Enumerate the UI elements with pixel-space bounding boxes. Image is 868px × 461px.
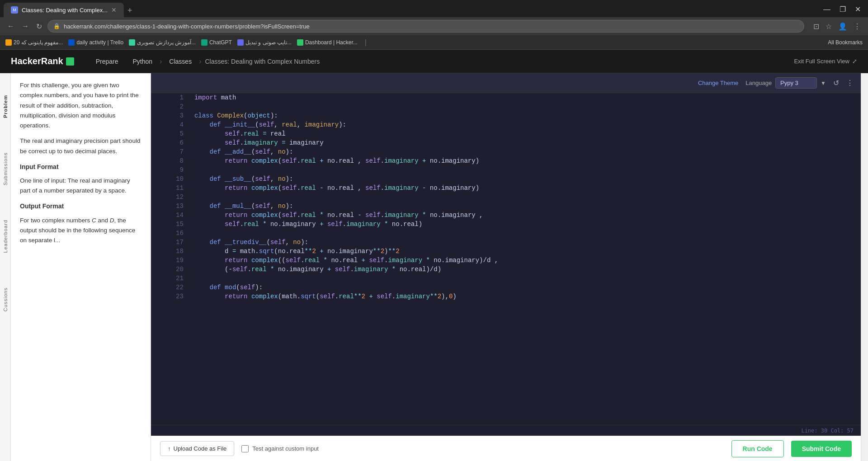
nav-prepare[interactable]: Prepare xyxy=(89,50,126,73)
bookmark-icon-3 xyxy=(129,39,135,46)
code-line-22: 22 def mod(self): xyxy=(151,283,861,292)
line-code-21[interactable] xyxy=(191,274,861,283)
problem-paragraph-2: The real and imaginary precision part sh… xyxy=(20,136,142,156)
nav-actions: ⊡ ☆ 👤 ⋮ xyxy=(811,20,863,33)
code-editor[interactable]: 1 import math 2 3 class Complex(object): xyxy=(151,93,861,425)
bookmark-icon-5 xyxy=(237,39,244,46)
sidebar-tab-problem[interactable]: Problem xyxy=(1,91,10,122)
line-number-15: 15 xyxy=(151,220,191,229)
line-code-2[interactable] xyxy=(191,102,861,111)
hr-nav: Prepare Python › Classes › Classes: Deal… xyxy=(89,50,320,73)
bookmark-icon-6 xyxy=(297,39,303,46)
sidebar-tab-submissions[interactable]: Submissions xyxy=(1,149,10,189)
bottom-bar: ↑ Upload Code as File Test against custo… xyxy=(151,436,861,461)
close-button[interactable]: ✕ xyxy=(851,3,864,15)
line-code-14[interactable]: return complex(self.real * no.real - sel… xyxy=(191,211,861,220)
line-number-13: 13 xyxy=(151,202,191,211)
bookmark-label-4: ChatGPT xyxy=(209,39,232,46)
test-custom-input-checkbox[interactable] xyxy=(241,445,249,452)
code-line-3: 3 class Complex(object): xyxy=(151,111,861,120)
menu-button[interactable]: ⋮ xyxy=(852,20,863,33)
input-format-title: Input Format xyxy=(20,162,142,172)
nav-bar: ← → ↻ 🔒 hackerrank.com/challenges/class-… xyxy=(0,17,868,35)
upload-code-button[interactable]: ↑ Upload Code as File xyxy=(160,441,234,456)
bookmark-item-2[interactable]: daily activity | Trello xyxy=(68,39,123,46)
problem-text: For this challenge, you are given two co… xyxy=(20,80,142,245)
history-icon[interactable]: ↺ xyxy=(833,79,839,87)
sidebar-tab-leaderboard[interactable]: Leaderboard xyxy=(1,216,10,256)
active-tab[interactable]: M Classes: Dealing with Complex... ✕ xyxy=(4,3,124,17)
line-code-12[interactable] xyxy=(191,193,861,202)
line-code-3[interactable]: class Complex(object): xyxy=(191,111,861,120)
line-number-7: 7 xyxy=(151,147,191,156)
exit-fullscreen-button[interactable]: Exit Full Screen View ⤢ xyxy=(794,58,857,65)
line-code-15[interactable]: self.real * no.imaginary + self.imaginar… xyxy=(191,220,861,229)
back-button[interactable]: ← xyxy=(5,20,16,32)
line-code-20[interactable]: (-self.real * no.imaginary + self.imagin… xyxy=(191,265,861,274)
line-code-22[interactable]: def mod(self): xyxy=(191,283,861,292)
line-number-22: 22 xyxy=(151,283,191,292)
line-code-18[interactable]: d = math.sqrt(no.real**2 + no.imaginary*… xyxy=(191,247,861,256)
line-number-12: 12 xyxy=(151,193,191,202)
bookmark-item-6[interactable]: Dashboard | Hacker... xyxy=(297,39,358,46)
bookmark-label-5: تایپ صوتی و تبدیل... xyxy=(245,39,292,46)
change-theme-button[interactable]: Change Theme xyxy=(698,80,738,86)
line-code-5[interactable]: self.real = real xyxy=(191,129,861,138)
line-code-7[interactable]: def __add__(self, no): xyxy=(191,147,861,156)
all-bookmarks-link[interactable]: All Bookmarks xyxy=(828,39,863,46)
line-code-10[interactable]: def __sub__(self, no): xyxy=(191,174,861,183)
line-code-8[interactable]: return complex(self.real + no.real , sel… xyxy=(191,156,861,165)
sidebar-tab-discussions[interactable]: Cussions xyxy=(1,284,10,315)
upload-label: Upload Code as File xyxy=(174,445,227,452)
code-line-18: 18 d = math.sqrt(no.real**2 + no.imagina… xyxy=(151,247,861,256)
bookmark-item-3[interactable]: آموزش پردازش تصویری... xyxy=(129,39,196,46)
line-code-11[interactable]: return complex(self.real - no.real , sel… xyxy=(191,183,861,193)
new-tab-button[interactable]: + xyxy=(124,4,136,17)
editor-status-bar: Line: 30 Col: 57 xyxy=(151,425,861,436)
more-options-icon[interactable]: ⋮ xyxy=(846,79,854,87)
hr-logo-text: HackerRank xyxy=(11,56,63,66)
forward-button[interactable]: → xyxy=(20,20,31,32)
language-select[interactable]: Pypy 3 Python 3 Python 2 xyxy=(775,77,817,89)
line-number-1: 1 xyxy=(151,93,191,102)
app-container: HackerRank Prepare Python › Classes › Cl… xyxy=(0,50,868,461)
code-line-8: 8 return complex(self.real + no.real , s… xyxy=(151,156,861,165)
tab-close-button[interactable]: ✕ xyxy=(111,6,117,14)
nav-python[interactable]: Python xyxy=(125,50,160,73)
profile-button[interactable]: 👤 xyxy=(836,20,849,33)
reload-button[interactable]: ↻ xyxy=(34,20,44,33)
line-number-17: 17 xyxy=(151,238,191,247)
hr-header: HackerRank Prepare Python › Classes › Cl… xyxy=(0,50,868,73)
submit-code-button[interactable]: Submit Code xyxy=(791,441,852,457)
code-line-7: 7 def __add__(self, no): xyxy=(151,147,861,156)
bookmark-item-4[interactable]: ChatGPT xyxy=(201,39,232,46)
code-line-14: 14 return complex(self.real * no.real - … xyxy=(151,211,861,220)
line-code-23[interactable]: return complex(math.sqrt(self.real**2 + … xyxy=(191,292,861,301)
nav-classes[interactable]: Classes xyxy=(162,50,199,73)
editor-area: Change Theme Language Pypy 3 Python 3 Py… xyxy=(151,73,861,461)
run-code-button[interactable]: Run Code xyxy=(731,440,784,457)
line-code-9[interactable] xyxy=(191,165,861,174)
hr-logo[interactable]: HackerRank xyxy=(11,56,74,66)
language-selector-wrapper: Language Pypy 3 Python 3 Python 2 ▼ xyxy=(745,77,826,89)
line-number-8: 8 xyxy=(151,156,191,165)
bookmark-item-5[interactable]: تایپ صوتی و تبدیل... xyxy=(237,39,292,46)
line-code-16[interactable] xyxy=(191,229,861,238)
test-custom-input-label[interactable]: Test against custom input xyxy=(252,445,319,452)
sidebar-tabs: Problem Submissions Leaderboard Cussions xyxy=(0,73,11,461)
line-code-4[interactable]: def __init__(self, real, imaginary): xyxy=(191,120,861,129)
bookmark-item-1[interactable]: 20 مفهوم پایتونی که... xyxy=(5,39,63,46)
bookmark-icon-1 xyxy=(5,39,12,46)
code-line-19: 19 return complex((self.real * no.real +… xyxy=(151,256,861,265)
bookmark-button[interactable]: ☆ xyxy=(824,20,834,33)
minimize-button[interactable]: — xyxy=(820,4,834,15)
code-line-13: 13 def __mul__(self, no): xyxy=(151,202,861,211)
line-code-17[interactable]: def __truediv__(self, no): xyxy=(191,238,861,247)
line-code-6[interactable]: self.imaginary = imaginary xyxy=(191,138,861,147)
extensions-button[interactable]: ⊡ xyxy=(811,20,821,33)
address-bar[interactable]: 🔒 hackerrank.com/challenges/class-1-deal… xyxy=(47,20,804,33)
line-code-1[interactable]: import math xyxy=(191,93,861,102)
line-code-13[interactable]: def __mul__(self, no): xyxy=(191,202,861,211)
line-code-19[interactable]: return complex((self.real * no.real + se… xyxy=(191,256,861,265)
maximize-button[interactable]: ❐ xyxy=(836,3,849,15)
